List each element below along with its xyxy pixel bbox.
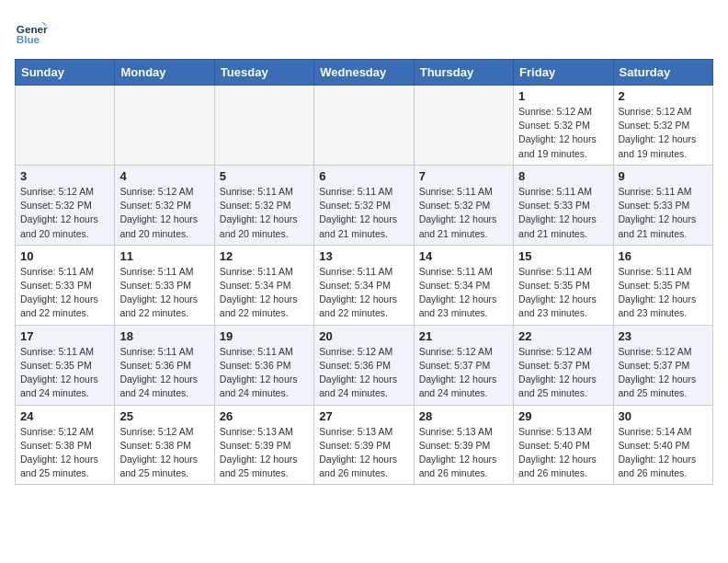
day-info: Sunrise: 5:11 AM Sunset: 5:34 PM Dayligh… (319, 265, 408, 321)
calendar-cell: 11Sunrise: 5:11 AM Sunset: 5:33 PM Dayli… (115, 245, 214, 325)
calendar-cell (214, 86, 313, 166)
calendar-cell: 5Sunrise: 5:11 AM Sunset: 5:32 PM Daylig… (214, 165, 313, 245)
day-info: Sunrise: 5:11 AM Sunset: 5:36 PM Dayligh… (220, 345, 309, 401)
weekday-header-saturday: Saturday (613, 60, 712, 86)
day-number: 7 (419, 169, 508, 183)
day-number: 6 (319, 169, 408, 183)
day-info: Sunrise: 5:12 AM Sunset: 5:36 PM Dayligh… (319, 345, 408, 401)
day-number: 11 (119, 249, 209, 263)
calendar-cell: 10Sunrise: 5:11 AM Sunset: 5:33 PM Dayli… (16, 245, 115, 325)
day-number: 10 (20, 249, 109, 263)
weekday-header-thursday: Thursday (414, 60, 513, 86)
calendar-cell: 23Sunrise: 5:12 AM Sunset: 5:37 PM Dayli… (613, 325, 712, 405)
day-number: 4 (119, 169, 209, 183)
day-info: Sunrise: 5:13 AM Sunset: 5:39 PM Dayligh… (319, 425, 408, 481)
day-info: Sunrise: 5:11 AM Sunset: 5:34 PM Dayligh… (220, 265, 309, 321)
day-number: 28 (419, 409, 508, 423)
day-info: Sunrise: 5:12 AM Sunset: 5:37 PM Dayligh… (419, 345, 508, 401)
calendar-cell (16, 86, 115, 166)
calendar-cell: 2Sunrise: 5:12 AM Sunset: 5:32 PM Daylig… (613, 86, 712, 166)
day-number: 20 (319, 329, 408, 343)
day-number: 17 (20, 329, 109, 343)
calendar-cell: 16Sunrise: 5:11 AM Sunset: 5:35 PM Dayli… (613, 245, 712, 325)
calendar-cell: 19Sunrise: 5:11 AM Sunset: 5:36 PM Dayli… (214, 325, 313, 405)
day-info: Sunrise: 5:11 AM Sunset: 5:35 PM Dayligh… (518, 265, 608, 321)
day-info: Sunrise: 5:11 AM Sunset: 5:32 PM Dayligh… (419, 185, 508, 241)
day-number: 18 (119, 329, 209, 343)
day-info: Sunrise: 5:12 AM Sunset: 5:38 PM Dayligh… (119, 425, 209, 481)
page-header: General Blue (15, 15, 713, 48)
calendar-cell: 18Sunrise: 5:11 AM Sunset: 5:36 PM Dayli… (115, 325, 214, 405)
day-info: Sunrise: 5:11 AM Sunset: 5:33 PM Dayligh… (518, 185, 608, 241)
day-info: Sunrise: 5:11 AM Sunset: 5:35 PM Dayligh… (619, 265, 708, 321)
calendar-cell: 21Sunrise: 5:12 AM Sunset: 5:37 PM Dayli… (414, 325, 513, 405)
calendar-cell: 17Sunrise: 5:11 AM Sunset: 5:35 PM Dayli… (16, 325, 115, 405)
calendar-cell: 3Sunrise: 5:12 AM Sunset: 5:32 PM Daylig… (16, 165, 115, 245)
day-info: Sunrise: 5:12 AM Sunset: 5:37 PM Dayligh… (619, 345, 708, 401)
calendar-cell: 1Sunrise: 5:12 AM Sunset: 5:32 PM Daylig… (514, 86, 613, 166)
logo-icon: General Blue (15, 15, 48, 48)
day-number: 23 (619, 329, 708, 343)
weekday-header-sunday: Sunday (16, 60, 115, 86)
calendar-cell (314, 86, 414, 166)
weekday-header-tuesday: Tuesday (214, 60, 313, 86)
calendar-cell: 20Sunrise: 5:12 AM Sunset: 5:36 PM Dayli… (314, 325, 414, 405)
calendar-cell (115, 86, 214, 166)
day-info: Sunrise: 5:11 AM Sunset: 5:33 PM Dayligh… (619, 185, 708, 241)
calendar-cell (414, 86, 513, 166)
day-info: Sunrise: 5:13 AM Sunset: 5:39 PM Dayligh… (419, 425, 508, 481)
day-info: Sunrise: 5:12 AM Sunset: 5:37 PM Dayligh… (518, 345, 608, 401)
logo: General Blue (15, 15, 48, 48)
calendar-cell: 26Sunrise: 5:13 AM Sunset: 5:39 PM Dayli… (214, 405, 313, 485)
calendar-cell: 15Sunrise: 5:11 AM Sunset: 5:35 PM Dayli… (514, 245, 613, 325)
weekday-header-wednesday: Wednesday (314, 60, 414, 86)
day-number: 3 (20, 169, 109, 183)
day-info: Sunrise: 5:11 AM Sunset: 5:36 PM Dayligh… (119, 345, 209, 401)
day-number: 29 (518, 409, 608, 423)
day-number: 27 (319, 409, 408, 423)
calendar-cell: 28Sunrise: 5:13 AM Sunset: 5:39 PM Dayli… (414, 405, 513, 485)
calendar-cell: 25Sunrise: 5:12 AM Sunset: 5:38 PM Dayli… (115, 405, 214, 485)
day-number: 30 (619, 409, 708, 423)
calendar-cell: 13Sunrise: 5:11 AM Sunset: 5:34 PM Dayli… (314, 245, 414, 325)
svg-text:Blue: Blue (17, 33, 40, 45)
day-number: 15 (518, 249, 608, 263)
calendar-cell: 12Sunrise: 5:11 AM Sunset: 5:34 PM Dayli… (214, 245, 313, 325)
day-info: Sunrise: 5:12 AM Sunset: 5:38 PM Dayligh… (20, 425, 109, 481)
calendar-cell: 6Sunrise: 5:11 AM Sunset: 5:32 PM Daylig… (314, 165, 414, 245)
day-info: Sunrise: 5:11 AM Sunset: 5:32 PM Dayligh… (319, 185, 408, 241)
day-info: Sunrise: 5:11 AM Sunset: 5:32 PM Dayligh… (220, 185, 309, 241)
calendar-table: SundayMondayTuesdayWednesdayThursdayFrid… (15, 59, 713, 485)
day-info: Sunrise: 5:13 AM Sunset: 5:40 PM Dayligh… (518, 425, 608, 481)
day-info: Sunrise: 5:12 AM Sunset: 5:32 PM Dayligh… (518, 105, 608, 161)
day-number: 1 (518, 89, 608, 103)
calendar-cell: 4Sunrise: 5:12 AM Sunset: 5:32 PM Daylig… (115, 165, 214, 245)
day-info: Sunrise: 5:12 AM Sunset: 5:32 PM Dayligh… (20, 185, 109, 241)
day-number: 8 (518, 169, 608, 183)
day-info: Sunrise: 5:11 AM Sunset: 5:33 PM Dayligh… (20, 265, 109, 321)
day-info: Sunrise: 5:11 AM Sunset: 5:33 PM Dayligh… (119, 265, 209, 321)
day-number: 22 (518, 329, 608, 343)
day-number: 12 (220, 249, 309, 263)
day-number: 9 (619, 169, 708, 183)
day-info: Sunrise: 5:13 AM Sunset: 5:39 PM Dayligh… (220, 425, 309, 481)
calendar-cell: 22Sunrise: 5:12 AM Sunset: 5:37 PM Dayli… (514, 325, 613, 405)
day-info: Sunrise: 5:11 AM Sunset: 5:34 PM Dayligh… (419, 265, 508, 321)
calendar-cell: 8Sunrise: 5:11 AM Sunset: 5:33 PM Daylig… (514, 165, 613, 245)
day-number: 19 (220, 329, 309, 343)
day-number: 21 (419, 329, 508, 343)
day-number: 2 (619, 89, 708, 103)
day-number: 26 (220, 409, 309, 423)
calendar-cell: 9Sunrise: 5:11 AM Sunset: 5:33 PM Daylig… (613, 165, 712, 245)
day-number: 14 (419, 249, 508, 263)
calendar-cell: 14Sunrise: 5:11 AM Sunset: 5:34 PM Dayli… (414, 245, 513, 325)
calendar-cell: 29Sunrise: 5:13 AM Sunset: 5:40 PM Dayli… (514, 405, 613, 485)
weekday-header-friday: Friday (514, 60, 613, 86)
calendar-cell: 27Sunrise: 5:13 AM Sunset: 5:39 PM Dayli… (314, 405, 414, 485)
calendar-cell: 7Sunrise: 5:11 AM Sunset: 5:32 PM Daylig… (414, 165, 513, 245)
day-number: 13 (319, 249, 408, 263)
day-info: Sunrise: 5:14 AM Sunset: 5:40 PM Dayligh… (619, 425, 708, 481)
day-number: 24 (20, 409, 109, 423)
day-number: 5 (220, 169, 309, 183)
day-info: Sunrise: 5:11 AM Sunset: 5:35 PM Dayligh… (20, 345, 109, 401)
